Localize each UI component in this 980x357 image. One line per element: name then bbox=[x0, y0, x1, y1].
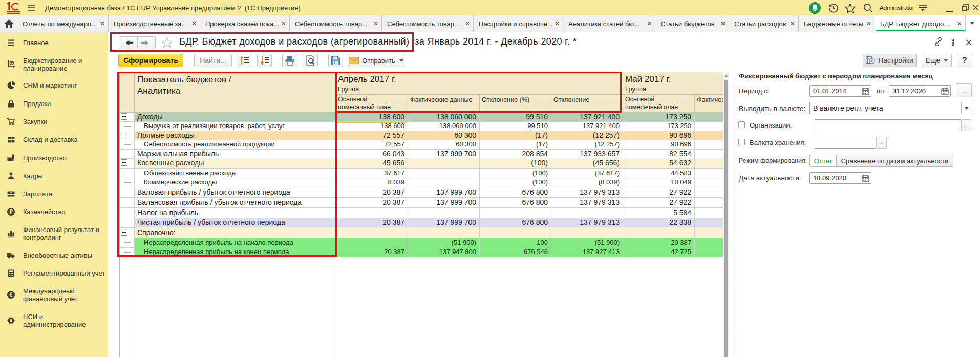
svg-text:₽: ₽ bbox=[10, 209, 13, 215]
svg-text:€: € bbox=[10, 291, 13, 298]
svg-text:P: P bbox=[11, 61, 13, 65]
